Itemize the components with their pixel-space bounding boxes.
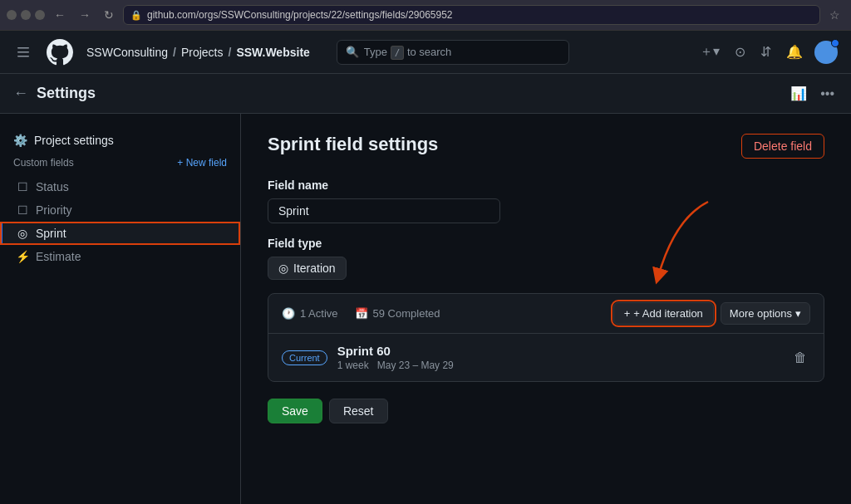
sidebar-item-label: Estimate: [36, 250, 81, 263]
header-actions: ＋▾ ⊙ ⇵ 🔔: [696, 40, 838, 64]
breadcrumb: SSWConsulting / Projects / SSW.Website: [86, 46, 310, 59]
custom-fields-header: Custom fields + New field: [0, 154, 240, 175]
field-name-section: Field name: [268, 179, 824, 223]
issues-btn[interactable]: ⊙: [731, 41, 749, 63]
date-range: May 23 – May 29: [377, 360, 454, 371]
sprint-icon: ◎: [16, 227, 29, 240]
more-settings-btn[interactable]: •••: [817, 82, 838, 105]
completed-count-label: 59 Completed: [373, 307, 440, 320]
maximize-window-btn[interactable]: [35, 10, 45, 20]
field-type-section: Field type ◎ Iteration: [268, 237, 824, 280]
sidebar: ⚙️ Project settings Custom fields + New …: [0, 114, 241, 504]
settings-toolbar-right: 📊 •••: [787, 82, 838, 105]
iteration-type-icon: ◎: [278, 262, 288, 275]
delete-iteration-btn[interactable]: 🗑: [790, 347, 810, 369]
hamburger-menu-btn[interactable]: [13, 42, 33, 62]
custom-fields-label: Custom fields: [13, 157, 74, 169]
window-controls: [7, 10, 45, 20]
projects-link[interactable]: Projects: [181, 46, 224, 59]
field-type-value: Iteration: [293, 262, 336, 275]
project-name: SSW.Website: [236, 46, 309, 59]
status-icon: ☐: [16, 180, 29, 193]
more-options-button[interactable]: More options ▾: [721, 302, 810, 325]
iteration-date: 1 week May 23 – May 29: [337, 360, 780, 371]
field-name-label: Field name: [268, 179, 824, 192]
content-area: Sprint field settings Delete field Field…: [241, 114, 851, 504]
duration: 1 week: [337, 360, 369, 371]
add-iteration-label: + Add iteration: [633, 307, 702, 320]
main-layout: ⚙️ Project settings Custom fields + New …: [0, 114, 851, 504]
estimate-icon: ⚡: [16, 250, 29, 263]
browser-top-bar: ← → ↻ 🔒 github.com/orgs/SSWConsulting/pr…: [0, 0, 851, 30]
page-title: Sprint field settings: [268, 134, 438, 155]
current-iteration-item: Current Sprint 60 1 week May 23 – May 29…: [268, 334, 824, 381]
iter-actions: + + Add iteration More options ▾: [613, 302, 810, 325]
org-link[interactable]: SSWConsulting: [86, 46, 168, 59]
user-avatar[interactable]: [814, 41, 838, 64]
page-header: Sprint field settings Delete field: [268, 134, 824, 159]
sidebar-item-label: Priority: [36, 203, 72, 217]
refresh-btn[interactable]: ↻: [100, 7, 118, 23]
notifications-btn[interactable]: 🔔: [783, 41, 806, 63]
calendar-icon: 📅: [355, 307, 368, 320]
github-logo[interactable]: [43, 36, 76, 69]
sidebar-item-sprint[interactable]: ◎ Sprint: [0, 222, 240, 245]
active-count-label: 1 Active: [300, 307, 338, 320]
priority-icon: ☐: [16, 203, 29, 217]
field-type-label: Field type: [268, 237, 824, 250]
iteration-info: Sprint 60 1 week May 23 – May 29: [337, 344, 780, 371]
settings-bar: ← Settings 📊 •••: [0, 74, 851, 114]
forward-nav-btn[interactable]: →: [75, 7, 95, 23]
field-type-selector[interactable]: ◎ Iteration: [268, 257, 347, 280]
project-settings-label: Project settings: [34, 134, 114, 147]
sidebar-item-status[interactable]: ☐ Status: [0, 175, 240, 198]
minimize-window-btn[interactable]: [21, 10, 31, 20]
create-btn[interactable]: ＋▾: [696, 40, 723, 64]
form-actions: Save Reset: [268, 399, 824, 423]
iterations-panel: 🕐 1 Active 📅 59 Completed + + Add iterat…: [268, 293, 824, 382]
sidebar-item-label: Sprint: [36, 227, 66, 240]
github-header: SSWConsulting / Projects / SSW.Website 🔍…: [0, 31, 851, 74]
completed-count: 📅 59 Completed: [355, 307, 440, 320]
browser-chrome: ← → ↻ 🔒 github.com/orgs/SSWConsulting/pr…: [0, 0, 851, 31]
back-button[interactable]: ←: [13, 85, 28, 102]
save-button[interactable]: Save: [268, 399, 322, 423]
project-settings-item[interactable]: ⚙️ Project settings: [0, 127, 240, 154]
address-bar[interactable]: 🔒 github.com/orgs/SSWConsulting/projects…: [123, 5, 820, 25]
field-name-input[interactable]: [268, 198, 500, 223]
sidebar-item-priority[interactable]: ☐ Priority: [0, 198, 240, 222]
search-placeholder: Type / to search: [364, 46, 452, 58]
url-display: github.com/orgs/SSWConsulting/projects/2…: [147, 9, 453, 21]
search-box[interactable]: 🔍 Type / to search: [337, 40, 569, 65]
chevron-down-icon: ▾: [795, 307, 801, 320]
plus-icon: +: [624, 307, 631, 320]
search-container: 🔍 Type / to search: [337, 40, 569, 65]
new-field-button[interactable]: + New field: [177, 157, 227, 169]
sidebar-item-label: Status: [36, 180, 69, 193]
settings-title: Settings: [37, 85, 96, 102]
bookmark-btn[interactable]: ☆: [825, 7, 844, 23]
more-options-label: More options: [730, 307, 792, 320]
reset-button[interactable]: Reset: [329, 399, 388, 423]
iterations-header: 🕐 1 Active 📅 59 Completed + + Add iterat…: [268, 294, 824, 334]
add-iteration-button[interactable]: + + Add iteration: [613, 302, 714, 325]
back-nav-btn[interactable]: ←: [50, 7, 70, 23]
clock-icon: 🕐: [282, 307, 295, 320]
iterations-wrapper: 🕐 1 Active 📅 59 Completed + + Add iterat…: [268, 293, 824, 382]
sidebar-item-estimate[interactable]: ⚡ Estimate: [0, 245, 240, 268]
current-badge: Current: [282, 350, 327, 365]
active-count: 🕐 1 Active: [282, 307, 338, 320]
chart-icon-btn[interactable]: 📊: [787, 82, 810, 105]
pulls-btn[interactable]: ⇵: [757, 41, 775, 63]
close-window-btn[interactable]: [7, 10, 17, 20]
delete-field-button[interactable]: Delete field: [741, 134, 824, 159]
search-icon: 🔍: [346, 46, 359, 58]
gear-icon: ⚙️: [13, 134, 27, 147]
iteration-name: Sprint 60: [337, 344, 780, 358]
